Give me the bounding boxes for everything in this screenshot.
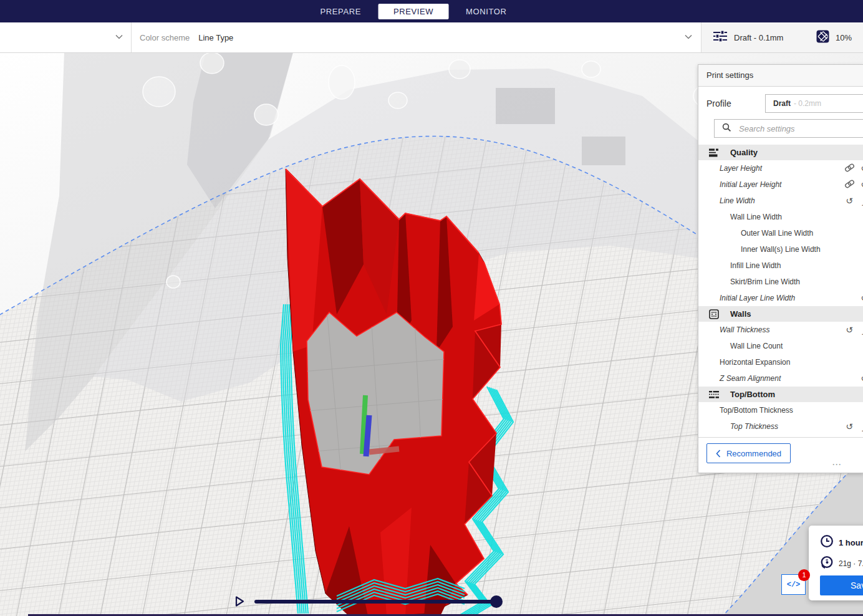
setting-row-icons: ↺ƒ [844,322,863,338]
panel-divider [698,437,863,438]
profile-detail: - 0.2mm [794,99,821,108]
setting-label: Skirt/Brim Line Width [730,277,800,286]
profile-summary-text: Draft - 0.1mm [734,33,783,42]
chevron-down-icon [115,34,123,40]
formula-icon[interactable]: ƒ [859,196,863,206]
search-icon [722,123,731,135]
section-header-top-bottom[interactable]: Top/Bottom [698,387,863,402]
setting-label: Line Width [720,196,755,205]
setting-row-icons: ↺ [844,176,863,193]
setting-row-infill-line-width[interactable]: Infill Line Width [698,257,863,274]
section-label: Walls [730,309,751,319]
revert-icon[interactable]: ↺ [844,196,855,206]
setting-row-outer-wall-line-width[interactable]: Outer Wall Line Width [698,225,863,241]
print-time-value: 1 hour [839,538,863,547]
setting-row-horizontal-expansion[interactable]: Horizontal Expansion [698,354,863,370]
setting-label: Layer Height [720,164,762,173]
print-settings-summary[interactable]: Draft - 0.1mm 10% [701,22,863,52]
setting-label: Wall Line Width [730,213,782,221]
code-icon: </> [787,580,801,589]
link-icon[interactable] [844,163,855,174]
stage-bar: PREPARE PREVIEW MONITOR [0,0,863,22]
section-header-walls[interactable]: Walls [698,306,863,322]
chevron-down-icon[interactable] [684,34,693,40]
setting-row-icons: ↺ƒ [844,193,863,209]
stage-tabs: PREPARE PREVIEW MONITOR [311,0,517,22]
save-button[interactable]: Save [820,575,863,595]
tab-monitor[interactable]: MONITOR [456,4,516,19]
setting-row-wall-line-count[interactable]: Wall Line Count [698,338,863,354]
setting-label: Z Seam Alignment [720,374,781,383]
setting-row-icons: ↺ [844,160,863,176]
profile-value: Draft [773,99,791,108]
setting-row-line-width[interactable]: Line Width↺ƒ [698,193,863,209]
setting-label: Horizontal Expansion [720,358,790,367]
infill-icon [816,30,829,46]
revert-icon[interactable]: ↺ [859,373,863,383]
formula-icon[interactable]: ƒ [859,325,863,335]
link-icon[interactable] [844,180,855,190]
profile-dropdown[interactable]: Draft - 0.2mm [765,94,863,113]
color-scheme-control[interactable]: Color scheme Line Type [131,22,233,52]
setting-label: Outer Wall Line Width [741,229,813,238]
tune-sliders-icon [713,30,728,45]
setting-row-layer-height[interactable]: Layer Height↺ [698,160,863,176]
layer-slider-track[interactable] [254,600,499,604]
layer-slider-handle[interactable] [490,595,503,608]
setting-row-icons: ↺ƒ [844,418,863,435]
revert-icon[interactable]: ↺ [844,325,855,335]
formula-icon[interactable]: ƒ [859,421,863,431]
settings-list: QualityLayer Height↺Initial Layer Height… [698,145,863,435]
color-scheme-label: Color scheme [140,33,190,42]
setting-label: Inner Wall(s) Line Width [741,245,821,254]
setting-label: Infill Line Width [730,261,781,270]
search-input[interactable] [738,123,840,134]
infill-summary-text: 10% [836,33,852,42]
setting-label: Initial Layer Line Width [720,294,795,302]
material-usage-row: 21g · 7.0 [820,556,863,572]
settings-search-box[interactable] [714,119,863,138]
setting-label: Top Thickness [730,422,778,431]
setting-row-icons: ↺ [859,370,863,387]
setting-row-initial-layer-line-width[interactable]: Initial Layer Line Width↺ [698,290,863,306]
clock-icon [820,534,834,551]
material-usage-value: 21g · 7.0 [839,559,863,568]
setting-label: Wall Thickness [720,325,769,334]
revert-icon[interactable]: ↺ [859,180,863,190]
setting-label: Top/Bottom Thickness [720,406,793,415]
topbottom-icon [707,390,721,399]
revert-icon[interactable]: ↺ [859,163,863,173]
setting-row-top-bottom-thickness[interactable]: Top/Bottom Thickness [698,402,863,418]
tab-prepare[interactable]: PREPARE [311,4,371,19]
print-settings-title: Print settings [698,65,863,87]
setting-row-skirt-brim-line-width[interactable]: Skirt/Brim Line Width [698,274,863,290]
panel-resize-dots[interactable]: ⋯ [832,459,842,470]
setting-row-inner-wall-s-line-width[interactable]: Inner Wall(s) Line Width [698,241,863,257]
section-label: Quality [730,148,758,157]
setting-row-wall-line-width[interactable]: Wall Line Width [698,209,863,225]
revert-icon[interactable]: ↺ [844,421,855,431]
setting-row-z-seam-alignment[interactable]: Z Seam Alignment↺ [698,370,863,387]
profile-label: Profile [706,99,731,108]
print-settings-panel: Print settings Profile Draft - 0.2mm Qua… [698,64,863,473]
section-label: Top/Bottom [730,390,775,399]
tab-preview[interactable]: PREVIEW [378,4,448,19]
print-job-card: 1 hour 21g · 7.0 Save [809,526,863,600]
gcode-preview-button[interactable]: </> 1 [781,574,806,595]
section-header-quality[interactable]: Quality [698,145,863,160]
spool-icon [820,556,834,572]
setting-row-top-thickness[interactable]: Top Thickness↺ƒ [698,418,863,435]
revert-icon[interactable]: ↺ [859,293,863,303]
setting-row-initial-layer-height[interactable]: Initial Layer Height↺ [698,176,863,193]
play-button[interactable] [234,595,245,610]
setting-row-wall-thickness[interactable]: Wall Thickness↺ƒ [698,322,863,338]
recommended-button[interactable]: Recommended [706,443,791,463]
setting-row-icons: ↺ [859,290,863,306]
walls-icon [707,309,721,319]
setting-label: Wall Line Count [730,342,783,350]
chevron-left-icon [716,450,721,458]
quality-icon [707,148,721,157]
setting-label: Initial Layer Height [720,180,781,189]
object-selector-dropdown[interactable] [0,22,132,52]
notification-badge: 1 [798,569,810,581]
